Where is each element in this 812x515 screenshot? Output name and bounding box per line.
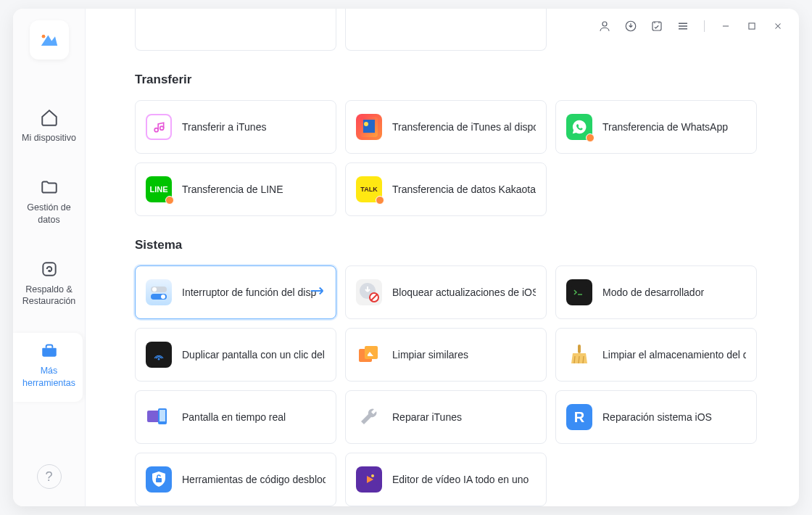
card-label: Transferir a iTunes (182, 121, 326, 133)
download-icon[interactable] (624, 20, 637, 33)
arrow-right-icon (310, 285, 326, 300)
nav-label: Más herramientas (19, 365, 80, 389)
nav-label: Gestión de datos (16, 202, 82, 226)
card-label: Transferencia de datos Kakaotalk (392, 184, 536, 195)
card-kakao-transfer[interactable]: TALK Transferencia de datos Kakaotalk (345, 162, 547, 216)
badge-icon (586, 133, 594, 142)
badge-icon (376, 196, 384, 205)
card-clean-similar[interactable]: Limpiar similares (345, 328, 547, 382)
nav-label: Mi dispositivo (22, 132, 76, 144)
toggle-icon (146, 279, 172, 305)
shield-unlock-icon (146, 466, 172, 493)
transfer-grid: Transferir a iTunes Transferencia de iTu… (135, 100, 766, 216)
card-whatsapp-transfer[interactable]: Transferencia de WhatsApp (555, 100, 757, 154)
card-label: Transferencia de WhatsApp (602, 121, 746, 133)
nav-data-management[interactable]: Gestión de datos (13, 170, 85, 239)
nav-backup-restore[interactable]: Respaldo & Restauración (13, 252, 85, 321)
minimize-icon[interactable] (719, 20, 732, 33)
whatsapp-icon (566, 114, 592, 140)
svg-rect-23 (578, 345, 581, 353)
menu-icon[interactable] (676, 20, 689, 33)
close-icon[interactable] (771, 20, 784, 33)
card-mirror-screen[interactable]: Duplicar pantalla con un clic del te (135, 328, 336, 382)
svg-rect-3 (749, 23, 755, 29)
backup-icon (39, 259, 59, 279)
svg-point-0 (602, 22, 607, 26)
card-label: Limpiar el almacenamiento del dis (602, 349, 746, 360)
itunes-icon (146, 114, 172, 140)
cutoff-card[interactable] (135, 9, 336, 51)
card-label: Duplicar pantalla con un clic del te (182, 349, 326, 360)
card-label: Interruptor de función del disp (182, 287, 326, 298)
section-title-transfer: Transferir (135, 73, 766, 87)
feedback-icon[interactable] (650, 20, 663, 33)
main-content: Transferir Transferir a iTunes Transfere… (86, 9, 799, 506)
nav-more-tools[interactable]: Más herramientas (13, 333, 83, 402)
card-ios-repair[interactable]: R Reparación sistema iOS (555, 390, 757, 444)
block-update-icon (356, 279, 382, 305)
screens-icon (146, 404, 172, 430)
help-button[interactable]: ? (37, 464, 62, 489)
home-icon (39, 107, 59, 128)
card-device-switch[interactable]: Interruptor de función del disp (135, 265, 336, 319)
duplicate-photos-icon (356, 342, 382, 368)
titlebar-separator (704, 20, 705, 32)
user-icon[interactable] (598, 20, 611, 33)
svg-point-12 (152, 287, 157, 292)
svg-point-4 (41, 35, 45, 38)
card-developer-mode[interactable]: Modo de desarrollador (555, 265, 757, 319)
card-block-updates[interactable]: Bloquear actualizaciones de iOS (345, 265, 547, 319)
card-label: Limpiar similares (392, 349, 536, 360)
help-icon: ? (45, 469, 52, 485)
line-icon: LINE (146, 176, 172, 202)
card-label: Pantalla en tiempo real (182, 411, 326, 423)
cast-icon (146, 342, 172, 368)
card-label: Transferencia de LINE (182, 184, 326, 195)
card-transfer-itunes[interactable]: Transferir a iTunes (135, 100, 336, 154)
badge-icon (165, 196, 174, 205)
svg-rect-5 (43, 263, 55, 275)
toolbox-icon (39, 340, 59, 360)
card-clean-storage[interactable]: Limpiar el almacenamiento del dis (555, 328, 757, 382)
svg-rect-22 (365, 346, 378, 359)
svg-rect-26 (160, 410, 165, 421)
svg-point-10 (364, 122, 368, 126)
card-label: Modo de desarrollador (602, 287, 746, 298)
svg-point-14 (161, 294, 165, 299)
section-title-system: Sistema (135, 238, 766, 252)
card-repair-itunes[interactable]: Reparar iTunes (345, 390, 547, 444)
broom-icon (566, 342, 592, 368)
ios-repair-icon: R (566, 404, 592, 430)
phone-icon (356, 114, 382, 140)
nav-label: Respaldo & Restauración (16, 284, 82, 308)
cutoff-card[interactable] (345, 9, 547, 51)
app-logo[interactable] (30, 20, 69, 59)
card-ai-video-editor[interactable]: Editor de vídeo IA todo en uno (345, 453, 547, 506)
terminal-icon (566, 279, 592, 305)
svg-rect-18 (571, 287, 587, 298)
maximize-icon[interactable] (745, 20, 758, 33)
card-label: Transferencia de iTunes al disposit (392, 121, 536, 133)
titlebar (598, 9, 799, 44)
card-label: Editor de vídeo IA todo en uno (392, 474, 536, 485)
svg-point-29 (371, 474, 374, 477)
system-grid: Interruptor de función del disp Bloquear… (135, 265, 766, 506)
card-itunes-to-device[interactable]: Transferencia de iTunes al disposit (345, 100, 547, 154)
svg-point-20 (158, 358, 160, 360)
svg-rect-2 (652, 22, 661, 30)
sidebar: Mi dispositivo Gestión de datos Respaldo… (13, 9, 86, 506)
svg-rect-27 (156, 478, 162, 482)
card-label: Reparar iTunes (392, 411, 536, 423)
nav-my-device[interactable]: Mi dispositivo (13, 100, 85, 157)
video-editor-icon (356, 466, 382, 493)
svg-rect-9 (363, 120, 375, 133)
card-realtime-screen[interactable]: Pantalla en tiempo real (135, 390, 336, 444)
card-line-transfer[interactable]: LINE Transferencia de LINE (135, 162, 336, 216)
card-label: Bloquear actualizaciones de iOS (392, 287, 536, 298)
kakao-icon: TALK (356, 176, 382, 202)
card-label: Herramientas de código desbloqu (182, 474, 326, 485)
folder-icon (39, 177, 59, 197)
card-unlock-tools[interactable]: Herramientas de código desbloqu (135, 453, 336, 506)
wrench-icon (356, 404, 382, 430)
card-label: Reparación sistema iOS (602, 411, 746, 423)
